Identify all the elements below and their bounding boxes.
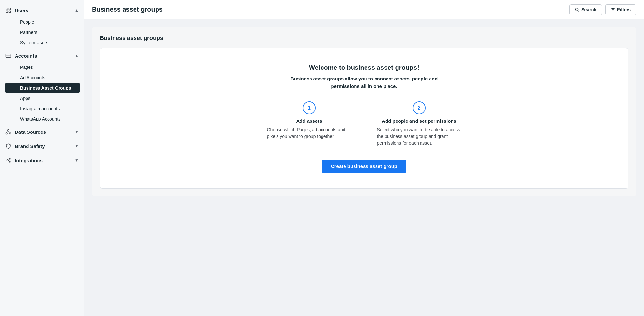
sidebar-section-accounts: Accounts ▲ Pages Ad Accounts Business As… (0, 49, 84, 124)
svg-line-14 (8, 159, 9, 160)
sidebar-section-brand-safety-label: Brand Safety (15, 143, 45, 149)
chevron-down-icon-integrations: ▼ (75, 158, 79, 163)
sidebar-item-apps[interactable]: Apps (5, 93, 84, 103)
data-sources-icon (5, 129, 12, 135)
sidebar-section-integrations-label: Integrations (15, 158, 43, 163)
svg-rect-1 (9, 8, 11, 10)
sidebar-item-system-users[interactable]: System Users (5, 37, 84, 48)
svg-line-15 (8, 160, 9, 162)
svg-point-8 (9, 133, 11, 134)
top-header: Business asset groups Search Filters (84, 0, 644, 19)
filters-button[interactable]: Filters (605, 4, 636, 15)
chevron-up-icon: ▲ (75, 8, 79, 13)
step-2-number: 2 (413, 101, 426, 114)
sidebar-section-brand-safety-header[interactable]: Brand Safety ▼ (0, 140, 84, 153)
svg-point-16 (576, 8, 578, 11)
svg-point-6 (8, 130, 9, 131)
chevron-down-icon-data: ▼ (75, 130, 79, 134)
sidebar-item-people[interactable]: People (5, 17, 84, 27)
sidebar-section-users-label: Users (15, 8, 28, 13)
svg-line-10 (8, 131, 10, 133)
step-2-title: Add people and set permissions (382, 118, 456, 124)
svg-line-17 (578, 10, 579, 11)
sidebar-item-ad-accounts[interactable]: Ad Accounts (5, 72, 84, 83)
svg-rect-3 (9, 11, 11, 13)
sidebar-section-accounts-header[interactable]: Accounts ▲ (0, 49, 84, 62)
content-panel-title: Business asset groups (100, 35, 628, 42)
svg-rect-0 (6, 8, 8, 10)
welcome-title: Welcome to business asset groups! (309, 64, 419, 71)
svg-line-9 (7, 131, 8, 133)
sidebar-section-brand-safety: Brand Safety ▼ (0, 140, 84, 153)
create-business-asset-group-button[interactable]: Create business asset group (322, 160, 406, 173)
step-1-number: 1 (303, 101, 316, 114)
steps-container: 1 Add assets Choose which Pages, ad acco… (267, 101, 461, 147)
welcome-subtitle: Business asset groups allow you to conne… (283, 75, 445, 90)
filters-button-label: Filters (617, 7, 631, 12)
sidebar-item-instagram-accounts[interactable]: Instagram accounts (5, 103, 84, 114)
sidebar-accounts-subitems: Pages Ad Accounts Business Asset Groups … (0, 62, 84, 124)
filters-icon (611, 7, 615, 12)
sidebar-section-integrations-header[interactable]: Integrations ▼ (0, 154, 84, 167)
svg-point-13 (9, 161, 10, 162)
step-1-title: Add assets (296, 118, 322, 124)
svg-point-7 (6, 133, 8, 134)
welcome-card: Welcome to business asset groups! Busine… (100, 48, 628, 189)
sidebar-section-data-sources-label: Data Sources (15, 129, 46, 135)
page-title: Business asset groups (92, 6, 163, 13)
header-actions: Search Filters (569, 4, 636, 15)
step-2: 2 Add people and set permissions Select … (377, 101, 461, 147)
sidebar-item-pages[interactable]: Pages (5, 62, 84, 72)
integrations-icon (5, 157, 12, 163)
svg-rect-4 (6, 54, 11, 58)
chevron-up-icon-accounts: ▲ (75, 53, 79, 58)
search-icon (575, 7, 579, 12)
sidebar-users-subitems: People Partners System Users (0, 17, 84, 48)
content-area: Business asset groups Welcome to busines… (84, 19, 644, 316)
svg-rect-2 (6, 11, 8, 13)
step-2-description: Select who you want to be able to access… (377, 126, 461, 147)
chevron-down-icon-brand: ▼ (75, 144, 79, 148)
sidebar-section-accounts-label: Accounts (15, 53, 37, 58)
brand-safety-icon (5, 143, 12, 149)
search-button-label: Search (581, 7, 596, 12)
step-1: 1 Add assets Choose which Pages, ad acco… (267, 101, 351, 147)
sidebar-section-data-sources-header[interactable]: Data Sources ▼ (0, 125, 84, 138)
step-1-description: Choose which Pages, ad accounts and pixe… (267, 126, 351, 140)
users-icon (5, 7, 12, 14)
accounts-icon (5, 52, 12, 59)
sidebar-section-data-sources: Data Sources ▼ (0, 125, 84, 138)
search-button[interactable]: Search (569, 4, 602, 15)
sidebar-item-partners[interactable]: Partners (5, 27, 84, 37)
sidebar-item-whatsapp-accounts[interactable]: WhatsApp Accounts (5, 114, 84, 124)
sidebar-section-users: Users ▲ People Partners System Users (0, 4, 84, 48)
sidebar-section-integrations: Integrations ▼ (0, 154, 84, 167)
sidebar-item-business-asset-groups[interactable]: Business Asset Groups (5, 83, 80, 93)
content-panel: Business asset groups Welcome to busines… (92, 27, 636, 196)
sidebar-section-users-header[interactable]: Users ▲ (0, 4, 84, 17)
svg-point-12 (9, 158, 10, 159)
sidebar: Users ▲ People Partners System Users Acc… (0, 0, 84, 316)
main-content: Business asset groups Search Filters (84, 0, 644, 316)
svg-point-11 (7, 160, 9, 161)
